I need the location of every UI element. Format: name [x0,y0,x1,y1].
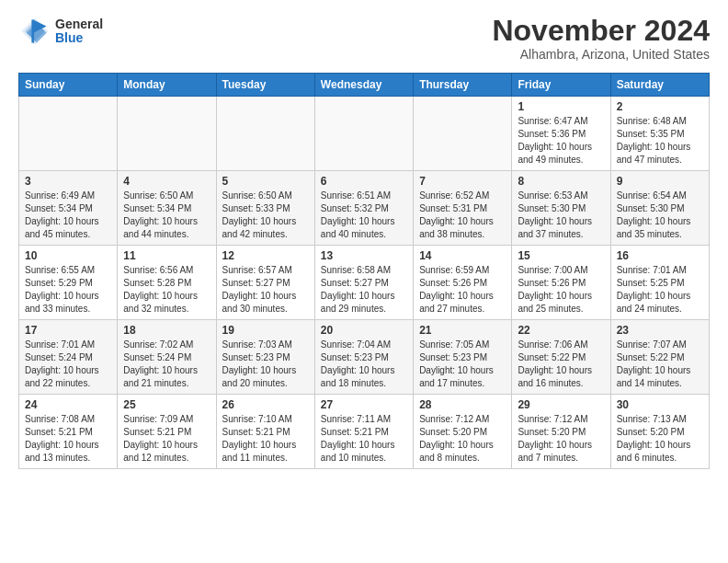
week-row-2: 10Sunrise: 6:55 AM Sunset: 5:29 PM Dayli… [19,246,710,320]
day-number: 9 [617,175,703,188]
day-number: 24 [25,398,111,411]
day-number: 27 [321,398,407,411]
day-info: Sunrise: 7:02 AM Sunset: 5:24 PM Dayligh… [123,339,210,390]
calendar-cell: 11Sunrise: 6:56 AM Sunset: 5:28 PM Dayli… [118,246,216,320]
calendar-cell: 12Sunrise: 6:57 AM Sunset: 5:27 PM Dayli… [216,246,314,320]
day-info: Sunrise: 6:50 AM Sunset: 5:34 PM Dayligh… [123,190,210,241]
day-number: 19 [222,324,309,337]
day-number: 15 [518,249,604,262]
day-info: Sunrise: 6:50 AM Sunset: 5:33 PM Dayligh… [222,190,309,241]
calendar-cell: 26Sunrise: 7:10 AM Sunset: 5:21 PM Dayli… [216,395,314,469]
calendar-cell: 19Sunrise: 7:03 AM Sunset: 5:23 PM Dayli… [216,320,314,395]
day-number: 28 [419,398,506,411]
calendar-cell: 20Sunrise: 7:04 AM Sunset: 5:23 PM Dayli… [314,320,413,395]
logo-icon [18,15,51,48]
day-number: 6 [321,175,407,188]
day-number: 16 [617,249,703,262]
calendar-cell [118,97,216,171]
day-info: Sunrise: 6:58 AM Sunset: 5:27 PM Dayligh… [321,264,407,316]
day-number: 7 [419,175,506,188]
day-info: Sunrise: 7:00 AM Sunset: 5:26 PM Dayligh… [518,264,604,316]
calendar-cell [414,97,512,171]
calendar-cell: 1Sunrise: 6:47 AM Sunset: 5:36 PM Daylig… [512,97,610,171]
day-number: 4 [123,175,210,188]
logo-blue-text: Blue [55,31,103,45]
day-info: Sunrise: 6:56 AM Sunset: 5:28 PM Dayligh… [123,264,210,316]
month-title: November 2024 [492,15,710,47]
day-number: 23 [617,324,703,337]
location: Alhambra, Arizona, United States [492,47,710,62]
calendar-cell: 30Sunrise: 7:13 AM Sunset: 5:20 PM Dayli… [610,395,709,469]
day-info: Sunrise: 7:01 AM Sunset: 5:25 PM Dayligh… [617,264,703,316]
day-number: 26 [222,398,309,411]
day-info: Sunrise: 6:49 AM Sunset: 5:34 PM Dayligh… [25,190,111,241]
day-info: Sunrise: 6:57 AM Sunset: 5:27 PM Dayligh… [222,264,309,316]
week-row-1: 3Sunrise: 6:49 AM Sunset: 5:34 PM Daylig… [19,171,710,246]
calendar-cell: 4Sunrise: 6:50 AM Sunset: 5:34 PM Daylig… [118,171,216,246]
day-info: Sunrise: 7:10 AM Sunset: 5:21 PM Dayligh… [222,413,309,465]
day-info: Sunrise: 7:06 AM Sunset: 5:22 PM Dayligh… [518,339,604,390]
calendar-cell: 23Sunrise: 7:07 AM Sunset: 5:22 PM Dayli… [610,320,709,395]
day-info: Sunrise: 7:11 AM Sunset: 5:21 PM Dayligh… [321,413,407,465]
day-number: 1 [518,100,604,113]
day-info: Sunrise: 6:55 AM Sunset: 5:29 PM Dayligh… [25,264,111,316]
calendar-cell: 21Sunrise: 7:05 AM Sunset: 5:23 PM Dayli… [414,320,512,395]
logo: General Blue [18,15,103,48]
weekday-header-tuesday: Tuesday [216,74,314,97]
day-info: Sunrise: 6:53 AM Sunset: 5:30 PM Dayligh… [518,190,604,241]
day-info: Sunrise: 7:05 AM Sunset: 5:23 PM Dayligh… [419,339,506,390]
day-number: 29 [518,398,604,411]
calendar-cell [19,97,118,171]
weekday-header-sunday: Sunday [19,74,118,97]
weekday-header-row: SundayMondayTuesdayWednesdayThursdayFrid… [19,74,710,97]
day-number: 21 [419,324,506,337]
calendar-cell: 24Sunrise: 7:08 AM Sunset: 5:21 PM Dayli… [19,395,118,469]
calendar-cell: 29Sunrise: 7:12 AM Sunset: 5:20 PM Dayli… [512,395,610,469]
weekday-header-thursday: Thursday [414,74,512,97]
weekday-header-saturday: Saturday [610,74,709,97]
day-info: Sunrise: 7:12 AM Sunset: 5:20 PM Dayligh… [419,413,506,465]
day-number: 22 [518,324,604,337]
calendar-cell: 25Sunrise: 7:09 AM Sunset: 5:21 PM Dayli… [118,395,216,469]
calendar-cell: 16Sunrise: 7:01 AM Sunset: 5:25 PM Dayli… [610,246,709,320]
calendar-cell: 14Sunrise: 6:59 AM Sunset: 5:26 PM Dayli… [414,246,512,320]
calendar-cell: 6Sunrise: 6:51 AM Sunset: 5:32 PM Daylig… [314,171,413,246]
calendar-cell: 8Sunrise: 6:53 AM Sunset: 5:30 PM Daylig… [512,171,610,246]
day-number: 30 [617,398,703,411]
day-number: 8 [518,175,604,188]
calendar-cell [216,97,314,171]
weekday-header-monday: Monday [118,74,216,97]
day-info: Sunrise: 7:07 AM Sunset: 5:22 PM Dayligh… [617,339,703,390]
calendar-cell: 5Sunrise: 6:50 AM Sunset: 5:33 PM Daylig… [216,171,314,246]
day-info: Sunrise: 7:04 AM Sunset: 5:23 PM Dayligh… [321,339,407,390]
day-number: 11 [123,249,210,262]
calendar-cell: 10Sunrise: 6:55 AM Sunset: 5:29 PM Dayli… [19,246,118,320]
svg-rect-4 [31,19,34,42]
weekday-header-wednesday: Wednesday [314,74,413,97]
day-number: 10 [25,249,111,262]
day-info: Sunrise: 7:12 AM Sunset: 5:20 PM Dayligh… [518,413,604,465]
title-area: November 2024 Alhambra, Arizona, United … [492,15,710,62]
day-info: Sunrise: 6:47 AM Sunset: 5:36 PM Dayligh… [518,115,604,167]
logo-text: General Blue [55,17,103,46]
day-number: 17 [25,324,111,337]
week-row-4: 24Sunrise: 7:08 AM Sunset: 5:21 PM Dayli… [19,395,710,469]
day-info: Sunrise: 7:13 AM Sunset: 5:20 PM Dayligh… [617,413,703,465]
calendar-cell: 7Sunrise: 6:52 AM Sunset: 5:31 PM Daylig… [414,171,512,246]
calendar-cell [314,97,413,171]
day-info: Sunrise: 6:54 AM Sunset: 5:30 PM Dayligh… [617,190,703,241]
day-info: Sunrise: 7:01 AM Sunset: 5:24 PM Dayligh… [25,339,111,390]
day-info: Sunrise: 6:52 AM Sunset: 5:31 PM Dayligh… [419,190,506,241]
calendar-cell: 27Sunrise: 7:11 AM Sunset: 5:21 PM Dayli… [314,395,413,469]
page: General Blue November 2024 Alhambra, Ari… [0,0,728,478]
calendar-cell: 28Sunrise: 7:12 AM Sunset: 5:20 PM Dayli… [414,395,512,469]
calendar-table: SundayMondayTuesdayWednesdayThursdayFrid… [18,73,710,469]
weekday-header-friday: Friday [512,74,610,97]
header: General Blue November 2024 Alhambra, Ari… [18,15,710,62]
week-row-3: 17Sunrise: 7:01 AM Sunset: 5:24 PM Dayli… [19,320,710,395]
calendar-cell: 3Sunrise: 6:49 AM Sunset: 5:34 PM Daylig… [19,171,118,246]
day-number: 25 [123,398,210,411]
calendar-cell: 2Sunrise: 6:48 AM Sunset: 5:35 PM Daylig… [610,97,709,171]
day-info: Sunrise: 7:03 AM Sunset: 5:23 PM Dayligh… [222,339,309,390]
day-info: Sunrise: 6:51 AM Sunset: 5:32 PM Dayligh… [321,190,407,241]
